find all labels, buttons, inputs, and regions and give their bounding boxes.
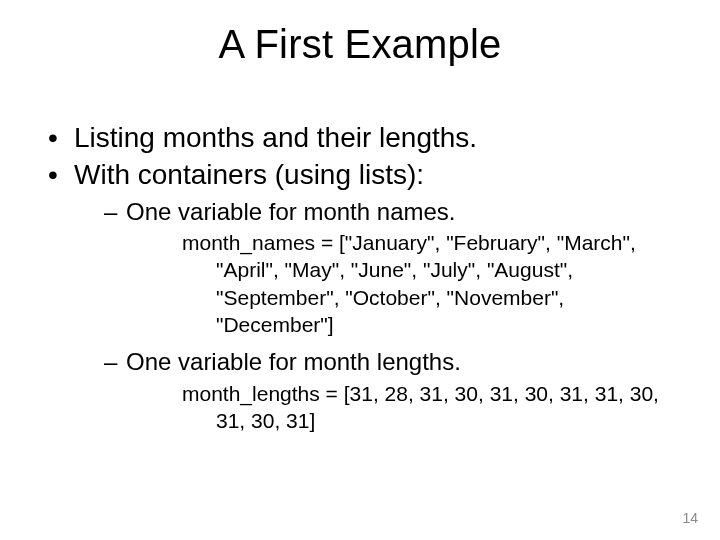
sub-bullet-list: One variable for month names. month_name…: [74, 196, 672, 434]
slide-body: Listing months and their lengths. With c…: [48, 120, 672, 442]
sub-bullet-text: One variable for month names.: [126, 198, 456, 225]
code-block: month_names = ["January", "February", "M…: [182, 229, 672, 338]
bullet-item: Listing months and their lengths.: [48, 120, 672, 155]
bullet-text: Listing months and their lengths.: [74, 122, 477, 153]
slide-title: A First Example: [0, 22, 720, 67]
bullet-text: With containers (using lists):: [74, 159, 424, 190]
bullet-item: With containers (using lists): One varia…: [48, 157, 672, 434]
bullet-list: Listing months and their lengths. With c…: [48, 120, 672, 434]
sub-bullet-item: One variable for month lengths. month_le…: [104, 346, 672, 434]
code-block: month_lengths = [31, 28, 31, 30, 31, 30,…: [182, 380, 672, 435]
slide: A First Example Listing months and their…: [0, 0, 720, 540]
sub-bullet-text: One variable for month lengths.: [126, 348, 461, 375]
page-number: 14: [682, 510, 698, 526]
sub-bullet-item: One variable for month names. month_name…: [104, 196, 672, 338]
